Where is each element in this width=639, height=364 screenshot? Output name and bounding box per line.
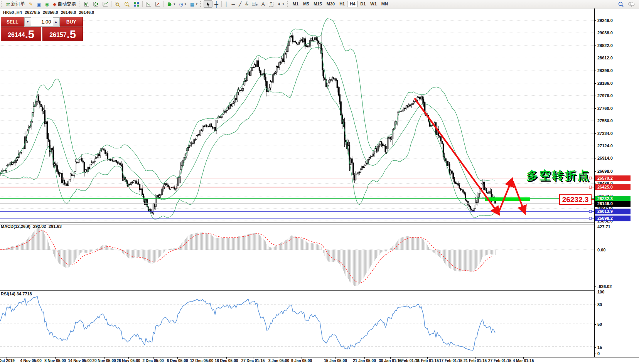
vertical-line-button[interactable]: │ xyxy=(223,0,230,8)
price-chart[interactable]: 多空转折点多空转折点26232.3 xyxy=(0,8,639,223)
line-handle xyxy=(589,217,592,219)
cursor-button[interactable] xyxy=(204,0,212,8)
broadcast-button[interactable]: ◉ xyxy=(43,0,51,8)
timeframe-h4[interactable]: H4 xyxy=(347,1,358,7)
profiles-button[interactable]: ▣ xyxy=(35,0,43,8)
timeframe-mn[interactable]: MN xyxy=(379,1,390,7)
rsi-scale-label: 80 xyxy=(597,302,602,307)
high-value: 26356.0 xyxy=(43,10,58,15)
zoom-in-button[interactable] xyxy=(113,0,122,8)
macd-scale-label: 427.71 xyxy=(597,224,610,229)
zoom-out-button[interactable] xyxy=(122,0,132,8)
toolbar-grip xyxy=(1,1,3,7)
timeframe-m30[interactable]: M30 xyxy=(324,1,337,7)
time-tick-label: 11 Feb 01:15 xyxy=(416,359,438,363)
rsi-scale-tickmark xyxy=(594,292,596,292)
price-badge: 26579.2 xyxy=(595,175,631,181)
volume-increase-button[interactable]: ▲ xyxy=(53,17,59,26)
template-icon: ▦ xyxy=(190,2,194,7)
rsi-panel[interactable] xyxy=(0,290,639,357)
rsi-scale-label: 50 xyxy=(597,322,602,327)
text-label-button[interactable]: T xyxy=(267,0,275,8)
chat-button[interactable] xyxy=(626,0,637,8)
macd-panel[interactable] xyxy=(0,224,639,289)
line-chart-icon xyxy=(103,2,108,7)
price-tickmark xyxy=(594,96,596,96)
price-tick-label: 27124.0 xyxy=(597,143,613,148)
horizontal-line-icon: ─ xyxy=(232,2,235,7)
line-handle xyxy=(589,210,592,212)
close-value: 26146.0 xyxy=(79,10,94,15)
candlestick-button[interactable] xyxy=(91,0,101,8)
volume-input[interactable] xyxy=(31,17,53,26)
trendline-button[interactable]: ╱ xyxy=(237,0,243,8)
price-label-text: 26232.3 xyxy=(562,195,589,204)
text-button[interactable]: A xyxy=(260,0,267,8)
rsi-levels xyxy=(0,305,594,346)
rsi-label: RSI(14) 34.7718 xyxy=(1,292,32,296)
text-icon: A xyxy=(261,2,265,7)
template-button[interactable]: ▦▾ xyxy=(188,0,199,8)
price-tickmark xyxy=(594,171,596,172)
fibonacci-button[interactable]: ▤F xyxy=(250,0,260,8)
time-tick-label: 3 Jan 05:00 xyxy=(268,359,289,363)
highlighter-icon: ✎ xyxy=(29,2,33,7)
price-tickmark xyxy=(594,46,596,46)
timeframe-m15[interactable]: M15 xyxy=(311,1,324,7)
price-badge: 25898.2 xyxy=(595,216,631,221)
one-click-trading-panel: SELL ▼ ▲ BUY 26144.5 26157.5 xyxy=(1,17,83,42)
price-tick-label: 26698.0 xyxy=(597,169,613,174)
channel-button[interactable]: ⫽E xyxy=(243,0,250,8)
line-chart-button[interactable] xyxy=(101,0,110,8)
toolbar-grip xyxy=(79,1,81,7)
price-tickmark xyxy=(594,58,596,58)
price-tickmark xyxy=(594,83,596,84)
time-tick-label: 27 Dec 01:15 xyxy=(241,359,265,363)
tile-windows-button[interactable] xyxy=(132,0,141,8)
price-grid xyxy=(0,20,594,221)
panel-separator[interactable] xyxy=(0,289,594,291)
price-tick-label: 28822.0 xyxy=(597,43,613,48)
zoom-out-icon xyxy=(124,2,130,7)
arrows-icon: ✦ xyxy=(277,2,281,7)
rsi-scale-label: 100 xyxy=(597,290,604,294)
bar-chart-button[interactable] xyxy=(82,0,91,8)
time-tick-label: 18 Dec 05:00 xyxy=(215,359,238,363)
autotrade-button[interactable]: ◆ 自动交易 xyxy=(51,0,78,8)
horizontal-line-button[interactable]: ─ xyxy=(230,0,237,8)
volume-decrease-button[interactable]: ▼ xyxy=(25,17,31,26)
timeframe-m5[interactable]: M5 xyxy=(301,1,311,7)
search-button[interactable] xyxy=(616,0,626,8)
timeframe-m1[interactable]: M1 xyxy=(290,1,301,7)
indicator-window-button[interactable] xyxy=(144,0,153,8)
time-tick-label: 14 Nov 05:00 xyxy=(68,359,91,363)
price-tickmark xyxy=(594,146,596,146)
chat-icon xyxy=(628,2,635,7)
price-tickmark xyxy=(594,133,596,134)
chevron-down-icon: ▾ xyxy=(196,2,197,6)
panel-separator[interactable] xyxy=(0,222,594,224)
buy-button[interactable]: BUY xyxy=(60,17,83,27)
open-value: 26278.5 xyxy=(25,10,40,15)
time-axis[interactable]: Oct 20194 Nov 05:008 Nov 05:0014 Nov 05:… xyxy=(0,357,639,364)
arrows-button[interactable]: ✦▾ xyxy=(275,0,286,8)
highlighter-button[interactable]: ✎ xyxy=(27,0,35,8)
price-tickmark xyxy=(594,20,596,21)
sell-button[interactable]: SELL xyxy=(1,17,24,27)
autotrade-icon: ◆ xyxy=(53,2,56,7)
buy-price[interactable]: 26157.5 xyxy=(42,27,83,41)
sell-price[interactable]: 26144.5 xyxy=(1,27,41,41)
time-tick-label: 4 Nov 05:00 xyxy=(20,359,42,363)
indicator-list-button[interactable] xyxy=(153,0,162,8)
new-order-button[interactable]: ⇄ 新订单 xyxy=(4,0,27,8)
timeframe-d1[interactable]: D1 xyxy=(358,1,368,7)
timeframe-w1[interactable]: W1 xyxy=(368,1,379,7)
fibonacci-icon: ▤F xyxy=(251,1,258,7)
turning-point-annotation[interactable]: 多空转折点 xyxy=(526,169,590,182)
candles xyxy=(0,32,496,215)
green-trend-bar[interactable] xyxy=(485,197,530,201)
timeframe-h1[interactable]: H1 xyxy=(337,1,347,7)
add-indicator-button[interactable]: 🗎+▾ xyxy=(165,0,177,8)
period-button[interactable]: ◷▾ xyxy=(177,0,188,8)
crosshair-button[interactable]: ┼ xyxy=(212,0,220,8)
